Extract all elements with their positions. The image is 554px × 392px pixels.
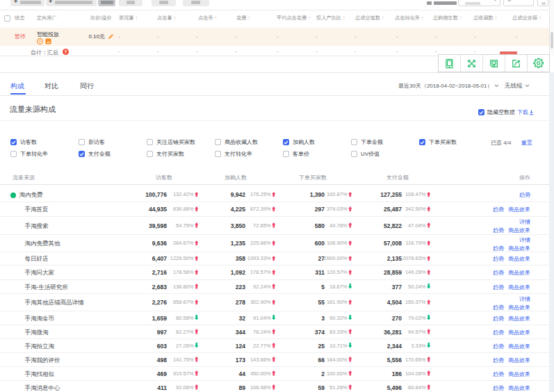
terminal-select[interactable]: 无线端 [505, 82, 530, 90]
empty-value: - [118, 33, 120, 40]
action-link[interactable]: 趋势 [493, 245, 504, 252]
tab-compare[interactable]: 对比 [44, 81, 58, 91]
tab-composition[interactable]: 构成 [10, 81, 24, 91]
metric-checkbox-UV价值[interactable]: UV价值 [351, 150, 380, 158]
action-link[interactable]: 商品效果 [508, 385, 530, 391]
traffic-row-手淘搜索: 手淘搜索39,59854.75%3,85072.65%58040.78%52,8… [0, 217, 549, 235]
metric-checkbox-支付金额[interactable]: 支付金额 [79, 150, 111, 158]
metric-checkbox-下单金额[interactable]: 下单金额 [351, 138, 383, 146]
promo-col-6[interactable]: 花费↑ [236, 15, 250, 22]
action-link[interactable]: 商品效果 [508, 371, 530, 377]
fullscreen-button[interactable] [461, 55, 483, 72]
mobile-preview-button[interactable] [439, 55, 461, 72]
action-link[interactable]: 趋势 [493, 343, 504, 350]
action-link[interactable]: 趋势 [493, 256, 504, 262]
promo-col-7[interactable]: 平均点击花费↑ [277, 15, 311, 22]
metric-checkbox-下单转化率[interactable]: 下单转化率 [10, 150, 48, 158]
hide-empty-checkbox[interactable]: 隐藏空数据 [478, 108, 515, 116]
action-button-1[interactable] [119, 0, 142, 6]
action-link[interactable]: 商品效果 [508, 270, 530, 276]
promo-col-9[interactable]: 总成交笔数↑ [355, 15, 384, 22]
action-link[interactable]: 趋势 [493, 329, 504, 336]
action-link[interactable]: 趋势 [493, 227, 504, 234]
action-link[interactable]: 商品效果 [508, 357, 530, 364]
metric-checkbox-下单买家数[interactable]: 下单买家数 [419, 138, 457, 146]
action-button-2[interactable] [152, 0, 176, 6]
action-link[interactable]: 商品效果 [508, 343, 530, 350]
traffic-row-手淘-生活研究所: 手淘-生活研究所2,683136.80%22392.24%516.67%3775… [0, 280, 549, 294]
action-link[interactable]: 商品效果 [508, 206, 530, 213]
new-campaign-button[interactable]: + [10, 0, 44, 6]
edit-pencil-icon[interactable] [108, 33, 114, 40]
action-link[interactable]: 趋势 [493, 284, 504, 291]
metric-change: 27.26% [156, 343, 198, 349]
action-link[interactable]: 商品效果 [508, 256, 530, 262]
creative-icon[interactable] [45, 38, 51, 44]
promo-col-11[interactable]: 总购物车数↑ [433, 15, 462, 22]
select-all-checkbox[interactable] [4, 15, 10, 22]
arrow-up-icon [427, 206, 431, 212]
action-link[interactable]: 趋势 [493, 357, 504, 364]
metric-checkbox-新访客[interactable]: 新访客 [79, 138, 105, 146]
reset-link[interactable]: 重置 [521, 139, 532, 147]
metric-checkbox-访客数[interactable]: 访客数 [10, 138, 37, 146]
empty-value: - [474, 33, 476, 40]
save-button[interactable] [483, 55, 505, 72]
action-link[interactable]: 商品效果 [508, 304, 530, 311]
share-button[interactable] [505, 55, 528, 72]
new-smart-campaign-button[interactable]: + [46, 0, 97, 6]
promo-col-5[interactable]: 点击率↑ [198, 15, 217, 22]
arrow-up-icon [348, 240, 352, 246]
action-link[interactable]: 商品效果 [508, 284, 530, 291]
metric-change: 149.28% [389, 269, 430, 275]
date-range-select[interactable]: 最近30天（2018-04-02~2018-05-01） [398, 82, 499, 90]
row-actions: 详情趋势商品效果 [489, 295, 530, 311]
action-link[interactable]: 趋势 [493, 371, 504, 377]
action-button-3[interactable] [183, 0, 209, 6]
filter-select[interactable] [458, 0, 500, 6]
action-link[interactable]: 商品效果 [508, 316, 530, 322]
download-link[interactable]: 下载 [517, 108, 534, 116]
action-link[interactable]: 趋势 [493, 270, 504, 276]
metric-checkbox-加购人数[interactable]: 加购人数 [283, 138, 315, 146]
customize-columns-button[interactable] [503, 0, 534, 6]
arrow-up-icon [272, 384, 276, 390]
metric-change: 132.42% [156, 191, 198, 197]
promo-row[interactable]: 暂停 智能投放 0.10元 ----------- [0, 28, 549, 46]
row-actions: 趋势 [515, 191, 530, 199]
action-link[interactable]: 趋势 [493, 385, 504, 391]
metric-checkbox-客单价[interactable]: 客单价 [283, 150, 309, 158]
detail-link[interactable]: 详情 [519, 219, 530, 225]
metric-checkbox-关注店铺买家数[interactable]: 关注店铺买家数 [147, 138, 195, 146]
action-link[interactable]: 趋势 [493, 304, 504, 311]
empty-value: - [435, 48, 437, 54]
action-link[interactable]: 趋势 [493, 206, 504, 213]
action-link[interactable]: 趋势 [519, 192, 530, 198]
action-link[interactable]: 商品效果 [508, 245, 530, 252]
promo-col-8[interactable]: 投入产出比↑ [316, 15, 345, 22]
play-circle-icon[interactable] [37, 38, 43, 44]
more-button[interactable] [537, 0, 548, 6]
traffic-row-手淘找相似: 手淘找相似469919.57%44450.00%2100.00%186104.0… [0, 367, 549, 381]
metric-change: 91.04% [234, 315, 275, 321]
promo-col-3[interactable]: 展现量↑ [119, 15, 138, 22]
action-link[interactable]: 商品效果 [508, 329, 530, 336]
tab-peers[interactable]: 同行 [80, 81, 94, 91]
detail-link[interactable]: 详情 [519, 237, 530, 243]
help-icon[interactable]: ? [63, 49, 69, 55]
metric-change: 225.86% [234, 240, 275, 246]
promo-col-10[interactable]: 点击转化率↑ [395, 15, 423, 22]
action-link[interactable]: 趋势 [493, 316, 504, 322]
scrollbar-thumb[interactable] [551, 32, 553, 49]
settings-button[interactable] [528, 55, 549, 72]
bulk-action-button[interactable] [98, 0, 115, 6]
metric-checkbox-商品收藏人数[interactable]: 商品收藏人数 [215, 138, 258, 146]
empty-value: - [118, 48, 120, 54]
metric-checkbox-支付买家数[interactable]: 支付买家数 [147, 150, 184, 158]
action-link[interactable]: 商品效果 [508, 227, 530, 234]
promo-col-13[interactable]: 总成交金额↑ [512, 15, 541, 22]
promo-col-4[interactable]: 点击量↑ [157, 15, 176, 22]
metric-checkbox-支付转化率[interactable]: 支付转化率 [215, 150, 252, 158]
detail-link[interactable]: 详情 [519, 296, 530, 302]
promo-col-12[interactable]: 总收藏数↑ [473, 15, 497, 22]
